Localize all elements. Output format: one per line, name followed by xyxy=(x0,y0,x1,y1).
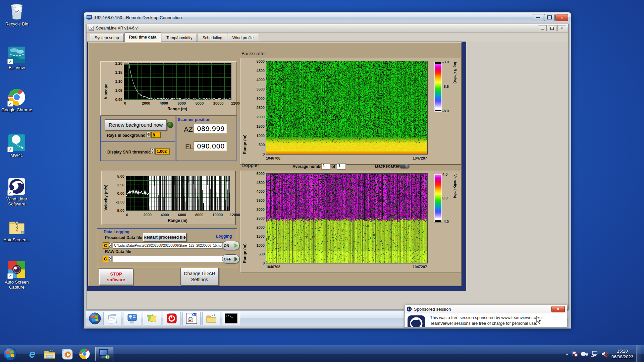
average-number-field[interactable]: 1 xyxy=(321,163,330,170)
shortcut-arrow-icon: ➚ xyxy=(7,273,13,279)
rays-value-field[interactable]: 8 xyxy=(151,132,161,138)
taskbar-explorer[interactable] xyxy=(41,347,58,361)
stop-software-button[interactable]: STOP software xyxy=(99,268,133,285)
remote-taskbar-notepad[interactable] xyxy=(103,312,121,325)
taskbar-chrome[interactable] xyxy=(76,347,93,361)
auto-screen-capture-icon: ➚ xyxy=(8,261,25,278)
clock-date: 06/08/2023 xyxy=(611,354,633,360)
remote-taskbar-streamline-xr[interactable]: XR xyxy=(182,312,201,325)
average-count-field: 1 xyxy=(337,163,346,170)
doppler-colorbar-label: Velocity (m/s) xyxy=(453,174,457,222)
shortcut-arrow-icon: ➚ xyxy=(7,146,13,152)
processed-path-field[interactable]: C:\Lidar\Data\Proc\2023\202308\20230806\… xyxy=(113,242,228,249)
desktop-icon-auto-screen-capture[interactable]: ➚ Auto Screen Capture xyxy=(1,261,33,290)
velocity-plot xyxy=(126,176,230,211)
remote-taskbar-cmd[interactable]: C:\_ xyxy=(222,312,240,325)
rdp-icon xyxy=(99,349,110,359)
data-logging-box: Data Logging Processed Data file Restart… xyxy=(97,228,237,267)
doppler-x-end: 1047207 xyxy=(266,265,427,269)
az-value-field[interactable]: 089.999 xyxy=(194,124,227,133)
raw-path-field[interactable] xyxy=(113,256,228,262)
power-plug-icon[interactable] xyxy=(581,351,588,357)
desktop-icon-wind-lidar[interactable]: ➚ Wind Lidar Software xyxy=(1,178,33,206)
rays-spinner[interactable] xyxy=(146,132,151,137)
app-maximize-button[interactable] xyxy=(548,25,556,31)
scanner-position-title: Scanner position xyxy=(178,117,210,122)
doppler-plot-canvas xyxy=(266,174,427,263)
snr-spinner[interactable] xyxy=(150,148,155,154)
toggle-off-label: OFF xyxy=(224,257,231,261)
doppler-colorbar-ticks: 4.0 0.0 -4.0 xyxy=(442,174,452,222)
backscatter-y-axis-label: Range (m) xyxy=(243,61,247,154)
velocity-graph-panel: Velocity (m/s) 5.00 2.50 0.00 -2.50 -5.0… xyxy=(101,171,236,225)
remote-start-button[interactable] xyxy=(88,312,102,325)
taskbar-media-player[interactable] xyxy=(58,347,76,361)
tab-real-time-data[interactable]: Real time data xyxy=(124,33,161,42)
zip-folder-icon xyxy=(8,219,25,236)
desktop-icon-autoscreen-zip[interactable]: AutoScreen... xyxy=(1,219,33,242)
processed-browse-icon xyxy=(108,243,112,248)
backscatter-colorbar xyxy=(434,62,442,112)
app-titlebar[interactable]: StreamLine XR v14-6.vi × xyxy=(87,24,568,33)
volume-muted-icon[interactable] xyxy=(601,351,608,357)
tab-wind-profile[interactable]: Wind profile xyxy=(228,34,258,42)
tray-expand-icon[interactable]: ▲ xyxy=(566,352,569,356)
desktop-icon-mw41[interactable]: ➚ MW41 xyxy=(1,134,33,158)
rdp-titlebar[interactable]: 192.168.0.150 - Remote Desktop Connectio… xyxy=(84,12,571,22)
network-icon[interactable] xyxy=(591,351,598,357)
backscatter-plot xyxy=(266,61,428,155)
remote-taskbar-explorer[interactable] xyxy=(202,312,220,325)
desktop-icon-bl-view[interactable]: ➚ BL-View xyxy=(1,46,33,70)
popup-line2: TeamViewer sessions are free of charge f… xyxy=(430,321,543,326)
renew-background-button[interactable]: Renew background now xyxy=(105,119,167,130)
of-label: of xyxy=(331,164,335,169)
snr-value-field[interactable]: 1.002 xyxy=(155,148,170,155)
doppler-colorbar xyxy=(434,174,442,222)
notepad-icon xyxy=(108,313,117,323)
backscatter-toggle-switch[interactable] xyxy=(399,164,409,168)
rdp-close-button[interactable]: × xyxy=(555,14,568,21)
app-minimize-button[interactable] xyxy=(538,25,547,31)
rays-in-background-label: Rays in background xyxy=(107,133,146,138)
desktop-icon-google-chrome[interactable]: ➚ Google Chrome xyxy=(1,88,33,112)
app-window: StreamLine XR v14-6.vi × System setup Re… xyxy=(86,24,569,309)
raw-data-file-label: RAW Data file xyxy=(105,249,131,254)
chrome-icon xyxy=(79,349,90,359)
raw-browse-icon xyxy=(108,256,112,261)
toggle-knob xyxy=(405,164,409,168)
el-value-field[interactable]: 090.000 xyxy=(194,141,227,151)
rdp-client-area: StreamLine XR v14-6.vi × System setup Re… xyxy=(85,22,570,327)
remote-taskbar-sticky-notes[interactable] xyxy=(143,312,161,325)
tab-system-setup[interactable]: System setup xyxy=(90,34,124,42)
processed-logging-toggle[interactable]: ON xyxy=(222,241,239,250)
recycle-bin-icon xyxy=(8,3,25,20)
teamviewer-popup-titlebar[interactable]: Sponsored session × xyxy=(405,305,567,313)
remote-taskbar-control-panel[interactable] xyxy=(123,312,141,325)
control-panel-icon xyxy=(127,313,137,323)
app-close-button[interactable]: × xyxy=(557,25,566,31)
backscatter-toggle-label: Backscatter xyxy=(375,164,400,169)
change-lidar-settings-button[interactable]: Change LiDAR Settings xyxy=(180,268,219,285)
taskbar-ie[interactable]: e xyxy=(23,347,41,361)
taskbar-rdp-active[interactable] xyxy=(95,347,113,361)
desktop-icon-label: Wind Lidar Software xyxy=(1,196,33,206)
show-desktop-button[interactable] xyxy=(636,345,641,362)
action-center-flag-icon[interactable] xyxy=(572,351,578,357)
change-line2: Settings xyxy=(191,277,208,283)
teamviewer-close-button[interactable]: × xyxy=(551,306,565,312)
rdp-maximize-button[interactable] xyxy=(544,14,555,21)
taskbar-clock[interactable]: 15:20 06/08/2023 xyxy=(611,348,633,360)
rdp-minimize-button[interactable] xyxy=(533,14,543,21)
backscatter-colorbar-label: log B (/m/sr) xyxy=(453,62,457,111)
start-button[interactable] xyxy=(1,347,19,361)
background-status-led xyxy=(167,122,173,128)
velocity-y-axis-label: Velocity (m/s) xyxy=(104,176,108,210)
desktop-icon-recycle-bin[interactable]: Recycle Bin xyxy=(1,3,33,26)
tab-scheduling[interactable]: Scheduling xyxy=(198,34,227,42)
panel-navy-frame: A-scope 1.20 1.15 1.10 1.05 0.99 xyxy=(87,42,466,291)
velocity-y-ticks: 5.00 2.50 0.00 -2.50 -5.00 xyxy=(110,176,124,210)
restart-processed-file-button[interactable]: Restart processed file xyxy=(143,233,186,241)
tab-temp-humidity[interactable]: Temp/humidity xyxy=(162,34,197,42)
raw-logging-toggle[interactable]: OFF xyxy=(222,254,239,263)
remote-taskbar-stop-app[interactable] xyxy=(163,312,181,325)
